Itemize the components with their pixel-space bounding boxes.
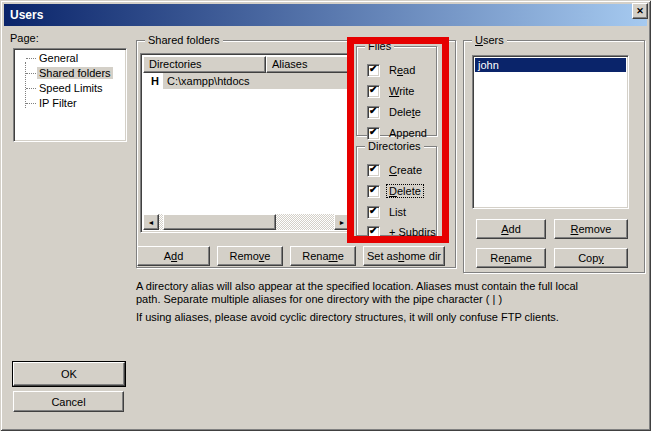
sidebar-item-label: Shared folders xyxy=(37,67,113,79)
home-marker: H xyxy=(151,73,159,89)
users-listbox[interactable]: john xyxy=(472,55,629,209)
directories-group: Directories Create Delete List + Subdirs xyxy=(356,146,437,236)
add-user-button[interactable]: Add xyxy=(476,219,546,239)
checkbox-label: Read xyxy=(387,64,417,76)
copy-user-button[interactable]: Copy xyxy=(554,248,628,268)
checkbox-dirs-subdirs[interactable]: + Subdirs xyxy=(367,225,438,239)
sidebar-item-speed-limits[interactable]: Speed Limits xyxy=(16,81,124,96)
files-group-label: Files xyxy=(365,40,394,53)
sidebar-item-general[interactable]: General xyxy=(16,51,124,66)
sidebar-item-shared-folders[interactable]: Shared folders xyxy=(16,66,124,81)
scroll-right-icon[interactable]: ► xyxy=(334,214,350,230)
checkbox-label: Delete xyxy=(387,185,423,197)
checkbox-icon xyxy=(367,127,380,140)
user-list-item[interactable]: john xyxy=(475,58,626,72)
checkbox-icon xyxy=(367,106,380,119)
checkbox-label: List xyxy=(387,206,408,218)
files-group: Files Read Write Delete Append xyxy=(356,46,437,136)
page-tree: General Shared folders Speed Limits IP F… xyxy=(13,48,127,142)
checkbox-files-delete[interactable]: Delete xyxy=(367,105,423,119)
checkbox-icon xyxy=(367,206,380,219)
remove-directory-button[interactable]: Remove xyxy=(217,246,283,266)
users-dialog: Users ✕ Page: General Shared folders Spe… xyxy=(0,0,651,431)
checkbox-files-read[interactable]: Read xyxy=(367,63,417,77)
checkbox-icon xyxy=(367,226,380,239)
set-as-home-dir-button[interactable]: Set as home dir xyxy=(363,246,445,266)
alias-note-line-2: path. Separate multiple aliases for one … xyxy=(136,293,502,306)
cyclic-note: If using aliases, please avoid cyclic di… xyxy=(136,311,559,324)
titlebar[interactable]: Users xyxy=(4,4,647,26)
checkbox-files-append[interactable]: Append xyxy=(367,126,429,140)
alias-note-line-1: A directory alias will also appear at th… xyxy=(136,280,578,293)
directories-listview: Directories Aliases H C:\xampp\htdocs ◄ … xyxy=(140,53,353,233)
checkbox-label: + Subdirs xyxy=(387,226,438,238)
directory-row[interactable]: H C:\xampp\htdocs xyxy=(143,73,350,89)
scroll-left-icon[interactable]: ◄ xyxy=(143,214,159,230)
checkbox-dirs-delete[interactable]: Delete xyxy=(367,184,423,198)
rename-directory-button[interactable]: Rename xyxy=(290,246,356,266)
users-group: Users john Add Remove Rename Copy xyxy=(463,40,645,273)
checkbox-label: Append xyxy=(387,127,429,139)
users-group-label: Users xyxy=(472,34,507,47)
checkbox-icon xyxy=(367,64,380,77)
checkbox-files-write[interactable]: Write xyxy=(367,84,416,98)
checkbox-icon xyxy=(367,85,380,98)
column-header-directories[interactable]: Directories xyxy=(143,56,266,73)
ok-button[interactable]: OK xyxy=(13,362,125,386)
checkbox-dirs-create[interactable]: Create xyxy=(367,163,424,177)
checkbox-label: Write xyxy=(387,85,416,97)
checkbox-dirs-list[interactable]: List xyxy=(367,205,408,219)
checkbox-icon xyxy=(367,164,380,177)
sidebar-item-label: Speed Limits xyxy=(37,82,105,94)
page-label: Page: xyxy=(10,32,39,44)
checkbox-label: Create xyxy=(387,164,424,176)
cancel-button[interactable]: Cancel xyxy=(13,391,124,412)
scrollbar-track[interactable] xyxy=(159,214,334,230)
shared-folders-group-label: Shared folders xyxy=(145,34,223,47)
rename-user-button[interactable]: Rename xyxy=(476,248,546,268)
window-title: Users xyxy=(4,8,43,22)
sidebar-item-ip-filter[interactable]: IP Filter xyxy=(16,96,124,111)
remove-user-button[interactable]: Remove xyxy=(554,219,628,239)
checkbox-label: Delete xyxy=(387,106,423,118)
sidebar-item-label: General xyxy=(37,52,80,64)
directory-path: C:\xampp\htdocs xyxy=(163,73,350,89)
horizontal-scrollbar[interactable]: ◄ ► xyxy=(143,214,350,230)
checkbox-icon xyxy=(367,185,380,198)
scrollbar-thumb[interactable] xyxy=(163,214,276,230)
close-icon[interactable]: ✕ xyxy=(632,3,648,19)
listview-header: Directories Aliases xyxy=(143,56,350,73)
directories-group-label: Directories xyxy=(365,140,424,153)
column-header-aliases[interactable]: Aliases xyxy=(266,56,350,73)
sidebar-item-label: IP Filter xyxy=(37,97,79,109)
add-directory-button[interactable]: Add xyxy=(137,246,210,266)
